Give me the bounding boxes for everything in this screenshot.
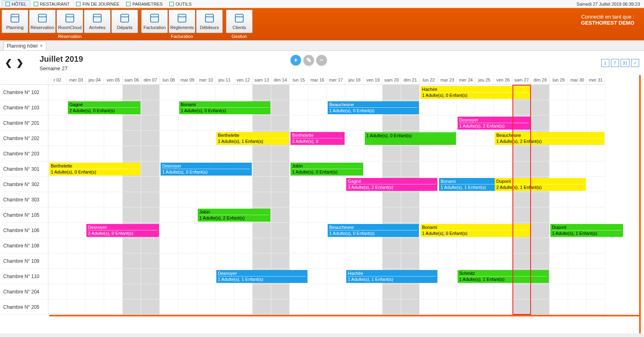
edit-button[interactable]: ✎ — [303, 55, 314, 65]
grid-cell[interactable] — [531, 146, 550, 161]
ribbon-btn-roomcloud[interactable]: RoomCloud — [56, 10, 83, 33]
grid-cell[interactable] — [160, 146, 178, 161]
grid-cell[interactable] — [531, 284, 550, 299]
grid-cell[interactable] — [327, 177, 345, 192]
grid-cell[interactable] — [568, 207, 587, 223]
grid-cell[interactable] — [512, 238, 531, 253]
reservation-block[interactable]: Schmitz1 Adulte(s), 1 Enfant(s) — [458, 270, 549, 283]
grid-cell[interactable] — [438, 207, 457, 223]
grid-cell[interactable] — [86, 253, 104, 269]
grid-cell[interactable] — [345, 238, 364, 253]
grid-cell[interactable] — [104, 284, 123, 299]
grid-cell[interactable] — [550, 146, 568, 161]
grid-cell[interactable] — [86, 131, 104, 146]
grid-cell[interactable] — [178, 177, 197, 192]
room-label[interactable]: Chambre N° 201 — [1, 115, 48, 131]
grid-cell[interactable] — [290, 238, 308, 253]
grid-cell[interactable] — [383, 146, 401, 161]
grid-cell[interactable] — [531, 207, 550, 223]
ribbon-btn-r-glements[interactable]: Règlements — [169, 10, 195, 33]
grid-cell[interactable] — [327, 299, 345, 315]
grid-cell[interactable] — [494, 238, 512, 253]
reservation-block[interactable]: Hachée1 Adulte(s), 1 Enfant(s) — [346, 270, 437, 283]
ribbon-btn-r-servation[interactable]: Réservation — [29, 10, 56, 33]
grid-cell[interactable] — [568, 238, 587, 253]
grid-cell[interactable] — [48, 299, 67, 315]
grid-cell[interactable] — [67, 131, 86, 146]
grid-cell[interactable] — [48, 115, 67, 131]
grid-cell[interactable] — [531, 238, 550, 253]
grid-cell[interactable] — [160, 299, 178, 315]
topmenu-outils[interactable]: OUTILS — [166, 0, 195, 7]
grid-cell[interactable] — [438, 146, 457, 161]
grid-cell[interactable] — [290, 299, 308, 315]
grid-cell[interactable] — [383, 85, 401, 100]
grid-cell[interactable] — [531, 192, 550, 207]
grid-cell[interactable] — [67, 192, 86, 207]
grid-cell[interactable] — [438, 100, 457, 115]
grid-cell[interactable] — [475, 238, 494, 253]
grid-cell[interactable] — [253, 284, 271, 299]
grid-cell[interactable] — [141, 284, 160, 299]
grid-cell[interactable] — [104, 207, 123, 223]
grid-cell[interactable] — [345, 192, 364, 207]
topmenu-fin-de-journ-e[interactable]: FIN DE JOURNÉE — [73, 0, 123, 7]
grid-cell[interactable] — [178, 131, 197, 146]
reservation-block[interactable]: Bonami1 Adulte(s), 0 Enfant(s) — [420, 224, 530, 237]
grid-cell[interactable] — [587, 100, 605, 115]
grid-cell[interactable] — [531, 161, 550, 177]
grid-cell[interactable] — [364, 146, 383, 161]
grid-cell[interactable] — [253, 161, 271, 177]
grid-cell[interactable] — [550, 253, 568, 269]
grid-cell[interactable] — [67, 299, 86, 315]
grid-cell[interactable] — [123, 192, 141, 207]
grid-cell[interactable] — [364, 85, 383, 100]
grid-cell[interactable] — [271, 299, 290, 315]
grid-cell[interactable] — [327, 269, 345, 284]
grid-cell[interactable] — [475, 192, 494, 207]
grid-cell[interactable] — [271, 284, 290, 299]
grid-cell[interactable] — [271, 253, 290, 269]
grid-cell[interactable] — [457, 253, 475, 269]
grid-cell[interactable] — [197, 115, 215, 131]
grid-cell[interactable] — [67, 146, 86, 161]
grid-cell[interactable] — [48, 85, 67, 100]
room-label[interactable]: Chambre N° 105 — [1, 207, 48, 223]
grid-cell[interactable] — [587, 192, 605, 207]
grid-cell[interactable] — [253, 115, 271, 131]
grid-cell[interactable] — [364, 161, 383, 177]
grid-cell[interactable] — [253, 253, 271, 269]
grid-cell[interactable] — [253, 299, 271, 315]
grid-cell[interactable] — [420, 299, 438, 315]
grid-cell[interactable] — [550, 207, 568, 223]
grid-cell[interactable] — [568, 161, 587, 177]
grid-cell[interactable] — [457, 299, 475, 315]
grid-cell[interactable] — [234, 299, 253, 315]
grid-cell[interactable] — [438, 192, 457, 207]
view-btn-✓[interactable]: ✓ — [631, 59, 639, 67]
close-icon[interactable]: × — [40, 43, 43, 49]
grid-cell[interactable] — [197, 146, 215, 161]
topmenu-h-tel[interactable]: HÔTEL — [2, 0, 30, 7]
grid-cell[interactable] — [123, 207, 141, 223]
grid-cell[interactable] — [178, 115, 197, 131]
grid-cell[interactable] — [178, 284, 197, 299]
reservation-block[interactable]: Dupont2 Adulte(s), 1 Enfant(s) — [495, 178, 586, 191]
grid-cell[interactable] — [271, 146, 290, 161]
add-button[interactable]: + — [291, 55, 301, 65]
reservation-block[interactable]: Desnoyer2 Adulte(s), 0 Enfant(s) — [86, 224, 159, 237]
room-label[interactable]: Chambre N° 109 — [1, 253, 48, 269]
grid-cell[interactable] — [550, 238, 568, 253]
grid-cell[interactable] — [475, 100, 494, 115]
grid-cell[interactable] — [104, 299, 123, 315]
delete-button[interactable]: − — [316, 55, 327, 65]
grid-cell[interactable] — [160, 207, 178, 223]
room-label[interactable]: Chambre N° 110 — [1, 269, 48, 284]
grid-cell[interactable] — [234, 177, 253, 192]
grid-cell[interactable] — [420, 192, 438, 207]
grid-cell[interactable] — [531, 100, 550, 115]
reservation-block[interactable]: Berthelette1 Adulte(s), 0 Enfant(s) — [49, 163, 140, 176]
view-btn-7[interactable]: 7 — [611, 59, 619, 67]
grid-cell[interactable] — [271, 85, 290, 100]
grid-cell[interactable] — [141, 207, 160, 223]
